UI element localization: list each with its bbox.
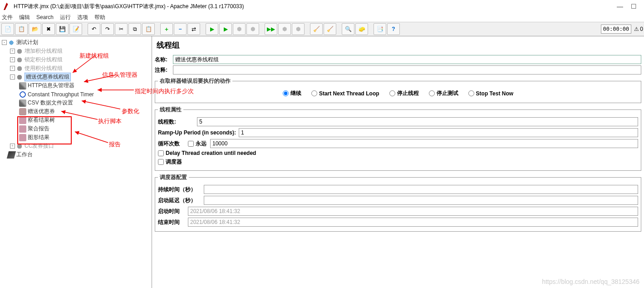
new-button[interactable]: 📄	[1, 23, 14, 35]
gear-icon	[16, 48, 23, 55]
shutdown-button[interactable]: ⬢	[246, 23, 259, 35]
tree-workbench[interactable]: 工作台	[1, 150, 152, 159]
maximize-button[interactable]: ☐	[627, 3, 640, 10]
thread-props-legend: 线程属性	[158, 106, 183, 114]
tree-result-tree[interactable]: 察看结果树	[1, 116, 152, 124]
collapse-button[interactable]: −	[174, 23, 187, 35]
saveas-button[interactable]: 📝	[69, 23, 82, 35]
endtime-input[interactable]	[188, 218, 638, 227]
duration-label: 持续时间（秒）	[158, 186, 201, 194]
startup-delay-label: 启动延迟（秒）	[158, 197, 201, 204]
startup-delay-input[interactable]	[204, 196, 638, 205]
tree-header-mgr[interactable]: HTTP信息头管理器	[1, 81, 152, 90]
menu-run[interactable]: 运行	[60, 14, 71, 21]
tree-sampler[interactable]: 赠送优惠券	[1, 107, 152, 116]
graph-icon	[19, 117, 26, 124]
tree-panel: -测试计划 +增加积分线程组 +锁定积分线程组 +使用积分线程组 -赠送优惠券线…	[0, 36, 152, 288]
tree-group3[interactable]: +使用积分线程组	[1, 64, 152, 73]
start-no-pause-button[interactable]: ▶	[219, 23, 232, 35]
comment-input[interactable]	[173, 65, 641, 74]
name-input[interactable]	[173, 55, 641, 64]
warning-count: 0	[640, 26, 643, 32]
clear-button[interactable]: 🧹	[310, 23, 323, 35]
loop-input[interactable]	[210, 139, 638, 148]
radio-continue[interactable]: 继续	[283, 89, 301, 97]
delay-label: Delay Thread creation until needed	[166, 150, 256, 156]
close-button[interactable]: ✖	[42, 23, 55, 35]
clock-icon	[19, 91, 26, 98]
pipette-icon	[19, 108, 26, 115]
rampup-input[interactable]	[239, 128, 638, 137]
tree-graph-result[interactable]: 图形结果	[1, 133, 152, 142]
scheduler-label: 调度器	[166, 158, 182, 166]
scheduler-config-fieldset: 调度器配置 持续时间（秒） 启动延迟（秒） 启动时间 结束时间	[155, 174, 641, 232]
delay-checkbox[interactable]	[158, 150, 164, 156]
wrench-icon	[19, 82, 26, 89]
menu-file[interactable]: 文件	[2, 14, 13, 21]
stop-button[interactable]: ⬢	[233, 23, 246, 35]
save-button[interactable]: 💾	[56, 23, 69, 35]
duration-input[interactable]	[204, 185, 638, 194]
open-button[interactable]: 📂	[29, 23, 41, 35]
flask-icon	[8, 39, 15, 46]
panel-title: 线程组	[157, 40, 641, 50]
help-button[interactable]: ?	[387, 23, 400, 35]
search-button[interactable]: 🔍	[342, 23, 354, 35]
tree-group5[interactable]: +CC发券接口	[1, 142, 152, 150]
tree-selected-group[interactable]: -赠送优惠券线程组	[1, 73, 152, 81]
spool-icon	[16, 74, 23, 81]
gear-icon	[16, 56, 23, 64]
forever-label: 永远	[196, 140, 206, 148]
comment-label: 注释:	[155, 66, 173, 74]
remote-start-button[interactable]: ▶▶	[265, 23, 277, 35]
undo-button[interactable]: ↶	[88, 23, 100, 35]
starttime-label: 启动时间	[158, 208, 185, 215]
toggle-button[interactable]: ⇄	[187, 23, 200, 35]
title-bar: HTTP请求.jmx (D:\桌面\项目\新零售\paas\GXG\HTTP请求…	[0, 0, 644, 13]
threads-input[interactable]	[197, 117, 638, 126]
start-button[interactable]: ▶	[206, 23, 218, 35]
jmeter-logo-icon	[4, 3, 11, 10]
scheduler-config-legend: 调度器配置	[158, 174, 189, 181]
graph-icon	[19, 134, 26, 141]
paste-button[interactable]: 📋	[142, 23, 155, 35]
menu-search[interactable]: Search	[36, 14, 54, 20]
copy-button[interactable]: ⧉	[128, 23, 141, 35]
warning-icon: ⚠	[634, 26, 639, 32]
menu-help[interactable]: 帮助	[94, 14, 105, 21]
elapsed-timer: 00:00:00	[601, 25, 632, 34]
tree-throughput-timer[interactable]: Constant Throughput Timer	[1, 90, 152, 99]
wrench-icon	[19, 99, 26, 107]
reset-search-button[interactable]: 🧽	[355, 23, 368, 35]
scheduler-checkbox[interactable]	[158, 159, 164, 165]
rampup-label: Ramp-Up Period (in seconds):	[158, 129, 236, 136]
menu-edit[interactable]: 编辑	[19, 14, 30, 21]
function-helper-button[interactable]: 📑	[374, 23, 386, 35]
remote-stop-button[interactable]: ⬢	[278, 23, 291, 35]
menu-options[interactable]: 选项	[77, 14, 88, 21]
cut-button[interactable]: ✂	[115, 23, 128, 35]
tree-group2[interactable]: +锁定积分线程组	[1, 55, 152, 64]
loop-label: 循环次数	[158, 140, 185, 148]
minimize-button[interactable]: —	[613, 3, 627, 10]
expand-button[interactable]: ＋	[160, 23, 173, 35]
radio-stop-test[interactable]: 停止测试	[429, 89, 458, 97]
menu-bar: 文件 编辑 Search 运行 选项 帮助	[0, 13, 644, 22]
tree-csv-config[interactable]: CSV 数据文件设置	[1, 99, 152, 107]
remote-shutdown-button[interactable]: ⬢	[292, 23, 305, 35]
tree-root[interactable]: -测试计划	[1, 38, 152, 47]
radio-next-loop[interactable]: Start Next Thread Loop	[311, 89, 379, 97]
radio-stop-thread[interactable]: 停止线程	[389, 89, 419, 97]
graph-icon	[19, 125, 26, 133]
tree-aggregate[interactable]: 聚合报告	[1, 124, 152, 133]
starttime-input[interactable]	[188, 207, 638, 216]
templates-button[interactable]: 📋	[15, 23, 28, 35]
forever-checkbox[interactable]	[188, 141, 194, 147]
toolbar: 📄 📋 📂 ✖ 💾 📝 ↶ ↷ ✂ ⧉ 📋 ＋ − ⇄ ▶ ▶ ⬢ ⬢ ▶▶ ⬢…	[0, 22, 644, 36]
endtime-label: 结束时间	[158, 218, 185, 226]
tree-group1[interactable]: +增加积分线程组	[1, 47, 152, 55]
clear-all-button[interactable]: 🧹	[324, 23, 336, 35]
radio-stop-now[interactable]: Stop Test Now	[468, 89, 513, 97]
redo-button[interactable]: ↷	[101, 23, 114, 35]
gear-icon	[16, 65, 23, 72]
